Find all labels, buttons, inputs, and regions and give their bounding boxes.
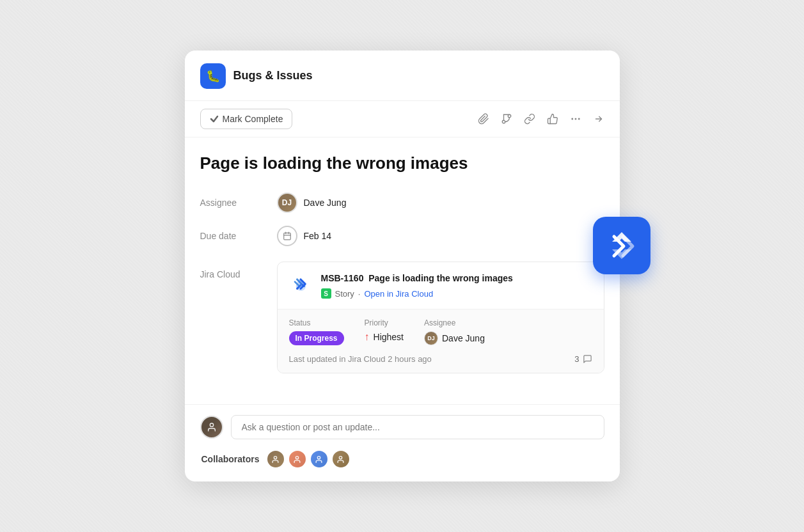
task-title: Page is loading the wrong images xyxy=(200,153,604,175)
comment-count-number: 3 xyxy=(574,354,579,364)
jira-cloud-row: Jira Cloud xyxy=(200,259,604,374)
svg-point-5 xyxy=(575,118,576,120)
jira-fields: Status In Progress Priority ↑ Hig xyxy=(289,318,592,345)
jira-card-bottom: Status In Progress Priority ↑ Hig xyxy=(278,309,604,373)
svg-point-4 xyxy=(572,118,573,120)
jira-floating-icon[interactable] xyxy=(593,217,650,274)
collaborator-avatars xyxy=(266,450,351,469)
mark-complete-button[interactable]: Mark Complete xyxy=(200,109,293,129)
toolbar: Mark Complete xyxy=(185,101,620,137)
jira-priority-value: ↑ Highest xyxy=(365,331,404,343)
collaborator-avatar-1 xyxy=(266,450,285,469)
jira-priority-field: Priority ↑ Highest xyxy=(365,318,404,345)
jira-card-footer: Last updated in Jira Cloud 2 hours ago 3 xyxy=(289,354,592,364)
main-card: 🐛 Bugs & Issues Mark Complete xyxy=(185,51,620,481)
header-title: Bugs & Issues xyxy=(233,69,313,82)
card-header: 🐛 Bugs & Issues xyxy=(185,51,620,101)
more-icon[interactable] xyxy=(570,113,581,125)
priority-arrow-icon: ↑ xyxy=(365,331,370,343)
thumbs-up-icon[interactable] xyxy=(547,113,558,125)
jira-ticket-title: MSB-1160 Page is loading the wrong image… xyxy=(321,272,592,285)
collaborators-row: Collaborators xyxy=(200,450,604,469)
toolbar-icons xyxy=(478,113,604,125)
jira-assignee-avatar: DJ xyxy=(424,331,438,345)
link-icon[interactable] xyxy=(524,113,535,125)
svg-point-17 xyxy=(339,456,342,458)
due-date: Feb 14 xyxy=(304,231,332,241)
jira-priority-label: Priority xyxy=(365,318,404,327)
open-in-jira-link[interactable]: Open in Jira Cloud xyxy=(364,289,433,299)
comment-icon xyxy=(583,354,592,364)
jira-priority-text: Highest xyxy=(374,332,404,342)
jira-card-meta: S Story · Open in Jira Cloud xyxy=(321,288,592,299)
due-date-row: Due date Feb 14 xyxy=(200,226,604,246)
svg-point-1 xyxy=(508,114,511,118)
calendar-icon xyxy=(277,226,297,246)
svg-point-15 xyxy=(296,456,298,458)
jira-card-info: MSB-1160 Page is loading the wrong image… xyxy=(321,272,592,299)
comment-count[interactable]: 3 xyxy=(574,354,592,364)
jira-assignee-name: Dave Jung xyxy=(442,333,485,343)
jira-assignee-field: Assignee DJ Dave Jung xyxy=(424,318,485,345)
due-date-value: Feb 14 xyxy=(277,226,332,246)
collaborator-avatar-2 xyxy=(288,450,307,469)
checkmark-icon xyxy=(210,114,219,123)
due-date-label: Due date xyxy=(200,231,277,241)
last-updated-text: Last updated in Jira Cloud 2 hours ago xyxy=(289,354,432,364)
comment-input[interactable] xyxy=(231,415,604,439)
jira-card-top: MSB-1160 Page is loading the wrong image… xyxy=(278,262,604,309)
jira-assignee-label: Assignee xyxy=(424,318,485,327)
current-user-avatar xyxy=(200,416,223,439)
jira-status-label: Status xyxy=(289,318,344,327)
git-branch-icon[interactable] xyxy=(501,113,512,125)
jira-cloud-value: MSB-1160 Page is loading the wrong image… xyxy=(277,259,604,374)
comment-row xyxy=(200,415,604,439)
svg-point-16 xyxy=(317,456,320,458)
svg-point-14 xyxy=(274,456,276,458)
jira-status-field: Status In Progress xyxy=(289,318,344,345)
assignee-row: Assignee DJ Dave Jung xyxy=(200,192,604,213)
app-icon-glyph: 🐛 xyxy=(206,70,220,82)
jira-logo-icon xyxy=(289,274,312,297)
jira-status-value: In Progress xyxy=(289,331,344,345)
svg-point-6 xyxy=(578,118,579,120)
story-badge: S xyxy=(321,288,331,299)
collaborators-label: Collaborators xyxy=(201,454,260,464)
card-content: Page is loading the wrong images Assigne… xyxy=(185,137,620,404)
jira-ticket-type: Story xyxy=(335,289,354,299)
jira-brand-icon xyxy=(604,228,639,263)
svg-point-13 xyxy=(210,423,213,426)
expand-icon[interactable] xyxy=(593,113,604,125)
svg-rect-8 xyxy=(283,233,290,240)
jira-card[interactable]: MSB-1160 Page is loading the wrong image… xyxy=(277,262,604,374)
card-bottom: Collaborators xyxy=(185,404,620,481)
assignee-label: Assignee xyxy=(200,198,277,208)
app-icon: 🐛 xyxy=(200,63,226,89)
in-progress-badge: In Progress xyxy=(289,331,344,345)
assignee-avatar: DJ xyxy=(277,192,297,213)
mark-complete-label: Mark Complete xyxy=(223,114,283,124)
collaborator-avatar-4 xyxy=(331,450,351,469)
assignee-name: Dave Jung xyxy=(304,198,347,208)
jira-assignee-value: DJ Dave Jung xyxy=(424,331,485,345)
attachment-icon[interactable] xyxy=(478,113,489,125)
assignee-value: DJ Dave Jung xyxy=(277,192,347,213)
jira-cloud-label: Jira Cloud xyxy=(200,259,277,279)
collaborator-avatar-3 xyxy=(310,450,329,469)
